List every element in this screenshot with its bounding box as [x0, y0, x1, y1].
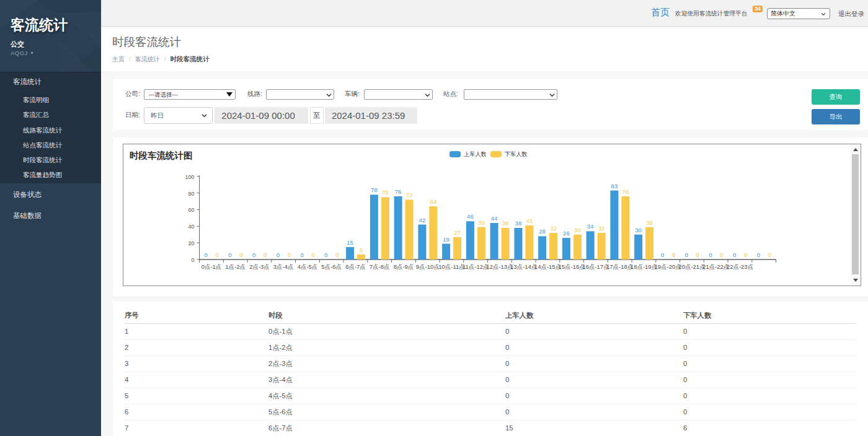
- svg-text:0: 0: [684, 251, 688, 258]
- svg-text:32: 32: [598, 225, 605, 232]
- svg-text:0: 0: [733, 251, 736, 258]
- svg-text:12点-13点: 12点-13点: [486, 263, 513, 270]
- svg-text:100: 100: [185, 174, 195, 180]
- svg-text:0: 0: [277, 251, 280, 258]
- svg-text:0: 0: [264, 251, 267, 258]
- svg-text:34: 34: [587, 223, 594, 230]
- svg-text:83: 83: [611, 183, 618, 190]
- svg-text:7点-8点: 7点-8点: [370, 263, 390, 270]
- svg-text:46: 46: [467, 213, 474, 220]
- svg-text:14点-15点: 14点-15点: [534, 263, 561, 270]
- svg-text:20: 20: [188, 240, 195, 246]
- svg-text:44: 44: [491, 215, 498, 222]
- svg-text:0: 0: [311, 251, 314, 258]
- svg-text:19: 19: [443, 236, 450, 243]
- svg-text:3点-4点: 3点-4点: [273, 263, 294, 270]
- svg-text:39: 39: [646, 219, 653, 226]
- svg-text:0: 0: [335, 251, 339, 258]
- svg-text:64: 64: [430, 198, 437, 205]
- svg-text:76: 76: [622, 188, 629, 195]
- svg-text:15: 15: [347, 239, 353, 246]
- svg-text:78: 78: [371, 186, 378, 193]
- svg-text:0: 0: [204, 251, 207, 258]
- svg-text:8点-9点: 8点-9点: [394, 263, 414, 270]
- svg-text:60: 60: [188, 207, 195, 213]
- svg-text:76: 76: [395, 188, 402, 195]
- svg-text:72: 72: [406, 191, 413, 198]
- svg-text:10点-11点: 10点-11点: [438, 263, 465, 270]
- svg-text:18点-19点: 18点-19点: [631, 263, 657, 270]
- svg-text:13点-14点: 13点-14点: [510, 263, 537, 270]
- svg-text:6点-7点: 6点-7点: [345, 263, 366, 270]
- svg-text:0: 0: [696, 251, 699, 258]
- svg-text:27: 27: [454, 229, 461, 236]
- svg-text:22点-23点: 22点-23点: [727, 263, 753, 270]
- svg-text:26: 26: [563, 230, 570, 237]
- svg-text:19点-20点: 19点-20点: [655, 263, 681, 270]
- svg-text:0: 0: [720, 251, 723, 258]
- svg-text:0: 0: [239, 251, 242, 258]
- svg-text:40: 40: [188, 224, 195, 230]
- svg-text:75: 75: [382, 189, 389, 196]
- svg-text:0: 0: [744, 251, 747, 258]
- svg-text:28: 28: [539, 228, 546, 235]
- svg-text:0: 0: [300, 251, 303, 258]
- svg-text:9点-10点: 9点-10点: [416, 263, 440, 270]
- svg-text:0: 0: [768, 251, 771, 258]
- svg-text:16点-17点: 16点-17点: [582, 263, 609, 270]
- svg-text:32: 32: [550, 225, 557, 232]
- svg-text:39: 39: [478, 219, 485, 226]
- svg-text:17点-18点: 17点-18点: [606, 263, 633, 270]
- svg-text:38: 38: [502, 220, 509, 227]
- svg-text:11点-12点: 11点-12点: [463, 263, 489, 270]
- svg-text:0: 0: [661, 251, 664, 258]
- svg-text:5点-6点: 5点-6点: [321, 263, 342, 270]
- svg-text:80: 80: [188, 191, 195, 197]
- svg-text:0: 0: [215, 251, 218, 258]
- svg-text:1点-2点: 1点-2点: [225, 263, 246, 270]
- svg-text:20点-21点: 20点-21点: [678, 263, 705, 270]
- svg-text:0: 0: [709, 251, 712, 258]
- svg-text:2点-3点: 2点-3点: [249, 263, 270, 270]
- svg-text:15点-16点: 15点-16点: [559, 263, 585, 270]
- svg-text:42: 42: [419, 217, 426, 224]
- svg-text:0: 0: [252, 251, 255, 258]
- svg-text:6: 6: [360, 246, 363, 253]
- svg-text:4点-5点: 4点-5点: [298, 263, 318, 270]
- svg-text:30: 30: [574, 227, 581, 233]
- svg-text:0: 0: [324, 251, 327, 258]
- svg-text:30: 30: [635, 227, 642, 233]
- svg-text:0: 0: [192, 257, 195, 263]
- svg-text:21点-22点: 21点-22点: [702, 263, 729, 270]
- svg-text:0: 0: [757, 251, 760, 258]
- svg-text:0点-1点: 0点-1点: [202, 263, 222, 270]
- svg-text:0: 0: [228, 251, 231, 258]
- svg-text:0: 0: [288, 251, 291, 258]
- svg-text:41: 41: [526, 217, 533, 224]
- svg-text:38: 38: [515, 220, 522, 227]
- svg-text:0: 0: [672, 251, 675, 258]
